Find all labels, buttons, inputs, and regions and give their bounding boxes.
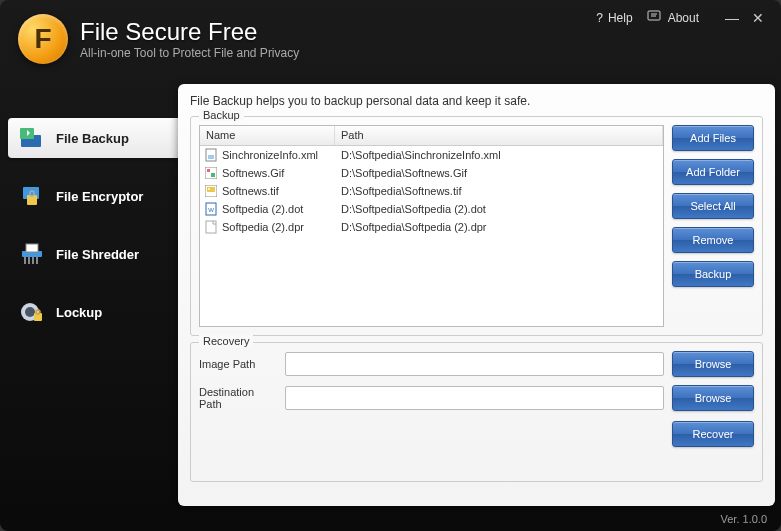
- backup-fieldset: Backup Name Path SinchronizeInfo.xml D:\…: [190, 116, 763, 336]
- svg-point-22: [208, 188, 210, 190]
- minimize-button[interactable]: —: [723, 11, 741, 25]
- about-label: About: [668, 11, 699, 25]
- sidebar-item-file-backup[interactable]: File Backup: [8, 118, 178, 158]
- select-all-button[interactable]: Select All: [672, 193, 754, 219]
- file-path: D:\Softpedia\Softnews.Gif: [335, 167, 663, 179]
- about-icon: [647, 10, 663, 25]
- content-panel: File Backup helps you to backup personal…: [178, 84, 775, 506]
- svg-rect-16: [206, 149, 216, 161]
- recovery-fieldset-label: Recovery: [199, 335, 253, 347]
- app-logo-icon: F: [18, 14, 68, 64]
- generic-file-icon: [204, 220, 218, 234]
- shredder-icon: [18, 242, 46, 266]
- browse-image-button[interactable]: Browse: [672, 351, 754, 377]
- backup-button[interactable]: Backup: [672, 261, 754, 287]
- sidebar-item-label: Lockup: [56, 305, 102, 320]
- title-block: File Secure Free All-in-one Tool to Prot…: [80, 18, 299, 60]
- help-icon: ?: [596, 11, 603, 25]
- about-link[interactable]: About: [647, 10, 699, 25]
- svg-text:W: W: [208, 207, 214, 213]
- app-subtitle: All-in-one Tool to Protect File and Priv…: [80, 46, 299, 60]
- file-name: SinchronizeInfo.xml: [222, 149, 318, 161]
- destination-path-input[interactable]: [285, 386, 664, 410]
- file-path: D:\Softpedia\SinchronizeInfo.xml: [335, 149, 663, 161]
- add-files-button[interactable]: Add Files: [672, 125, 754, 151]
- svg-rect-25: [206, 221, 216, 233]
- help-link[interactable]: ? Help: [596, 11, 632, 25]
- table-row[interactable]: SinchronizeInfo.xml D:\Softpedia\Sinchro…: [200, 146, 663, 164]
- file-name: Softpedia (2).dpr: [222, 221, 304, 233]
- backup-icon: [18, 126, 46, 150]
- file-name: Softnews.tif: [222, 185, 279, 197]
- sidebar-item-label: File Encryptor: [56, 189, 143, 204]
- backup-fieldset-label: Backup: [199, 109, 244, 121]
- window-buttons: — ✕: [723, 11, 767, 25]
- add-folder-button[interactable]: Add Folder: [672, 159, 754, 185]
- file-path: D:\Softpedia\Softpedia (2).dot: [335, 203, 663, 215]
- destination-path-label: Destination Path: [199, 386, 277, 410]
- table-header: Name Path: [200, 126, 663, 146]
- file-path: D:\Softpedia\Softnews.tif: [335, 185, 663, 197]
- recovery-fieldset: Recovery Image Path Browse Destination P…: [190, 342, 763, 482]
- app-title: File Secure Free: [80, 18, 299, 46]
- sidebar-item-lockup[interactable]: Lockup: [8, 292, 178, 332]
- column-name[interactable]: Name: [200, 126, 335, 145]
- sidebar-item-file-encryptor[interactable]: File Encryptor: [8, 176, 178, 216]
- body: File Backup File Encryptor File Shredder…: [0, 78, 781, 506]
- svg-rect-18: [207, 169, 210, 172]
- svg-rect-19: [211, 173, 215, 177]
- file-path: D:\Softpedia\Softpedia (2).dpr: [335, 221, 663, 233]
- image-path-label: Image Path: [199, 358, 277, 370]
- file-name: Softpedia (2).dot: [222, 203, 303, 215]
- file-name: Softnews.Gif: [222, 167, 284, 179]
- remove-button[interactable]: Remove: [672, 227, 754, 253]
- version-label: Ver. 1.0.0: [721, 513, 767, 525]
- table-row[interactable]: Softpedia (2).dpr D:\Softpedia\Softpedia…: [200, 218, 663, 236]
- table-body: SinchronizeInfo.xml D:\Softpedia\Sinchro…: [200, 146, 663, 236]
- tif-file-icon: [204, 184, 218, 198]
- top-controls: ? Help About — ✕: [596, 10, 767, 25]
- table-row[interactable]: WSoftpedia (2).dot D:\Softpedia\Softpedi…: [200, 200, 663, 218]
- svg-point-13: [25, 307, 35, 317]
- sidebar: File Backup File Encryptor File Shredder…: [0, 78, 178, 506]
- close-button[interactable]: ✕: [749, 11, 767, 25]
- sidebar-item-file-shredder[interactable]: File Shredder: [8, 234, 178, 274]
- lockup-icon: [18, 300, 46, 324]
- image-path-input[interactable]: [285, 352, 664, 376]
- column-path[interactable]: Path: [335, 126, 663, 145]
- svg-rect-7: [26, 244, 38, 252]
- help-label: Help: [608, 11, 633, 25]
- table-row[interactable]: Softnews.tif D:\Softpedia\Softnews.tif: [200, 182, 663, 200]
- browse-destination-button[interactable]: Browse: [672, 385, 754, 411]
- encryptor-icon: [18, 184, 46, 208]
- backup-buttons: Add Files Add Folder Select All Remove B…: [672, 125, 754, 327]
- app-window: F File Secure Free All-in-one Tool to Pr…: [0, 0, 781, 531]
- header: F File Secure Free All-in-one Tool to Pr…: [0, 0, 781, 78]
- table-row[interactable]: Softnews.Gif D:\Softpedia\Softnews.Gif: [200, 164, 663, 182]
- doc-file-icon: W: [204, 202, 218, 216]
- recover-button[interactable]: Recover: [672, 421, 754, 447]
- file-table: Name Path SinchronizeInfo.xml D:\Softped…: [199, 125, 664, 327]
- sidebar-item-label: File Shredder: [56, 247, 139, 262]
- xml-file-icon: [204, 148, 218, 162]
- description: File Backup helps you to backup personal…: [190, 94, 763, 108]
- sidebar-item-label: File Backup: [56, 131, 129, 146]
- gif-file-icon: [204, 166, 218, 180]
